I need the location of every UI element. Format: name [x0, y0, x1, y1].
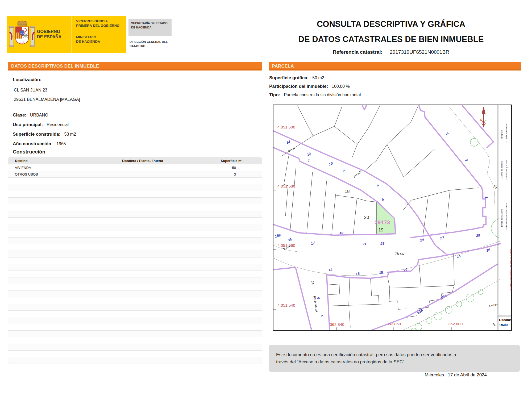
vicepresidencia-label: VICEPRESIDENCIA PRIMERA DEL GOBIERNO [76, 19, 126, 28]
field-row: Clase:URBANO [13, 113, 252, 118]
table-row [8, 344, 262, 350]
subject-parcel-ref-label: 29173 [375, 219, 390, 225]
table-row [8, 304, 262, 310]
datos-descriptivos-header: DATOS DESCRIPTIVOS DEL INMUEBLE [8, 62, 262, 70]
house-number-label: 6 [376, 183, 380, 188]
utm-coordinate-label: 362.840 [330, 322, 344, 327]
disclaimer-box: Este documento no es una certificación c… [269, 345, 520, 372]
street-name-label: CL [311, 280, 315, 286]
field-label: Participación del inmueble: [269, 84, 328, 89]
gobierno-espana-cell: GOBIERNO DE ESPAÑA [7, 16, 72, 53]
title-line-2: DE DATOS CATASTRALES DE BIEN INMUEBLE [277, 32, 505, 47]
table-row [8, 231, 262, 237]
scale-value: 1/600 [499, 323, 508, 327]
construccion-title: Construcción [13, 149, 45, 155]
street-name-label: JUAN [395, 252, 405, 256]
field-label: Año construcción: [13, 141, 53, 146]
reference-label: Referencia catastral: [333, 49, 383, 55]
house-number-label: 26 [485, 248, 491, 253]
house-number-label: 24 [456, 254, 461, 259]
table-header-cell: Superficie m² [186, 159, 262, 163]
house-number-label: 3 [464, 158, 469, 162]
house-number-label: 29 [476, 233, 481, 238]
gobierno-espana-label: GOBIERNO DE ESPAÑA [37, 29, 61, 40]
legend-item: — Hidrografía [501, 130, 503, 143]
house-number-label: 21 [362, 242, 366, 246]
legend-item: — Límite zona verde [505, 123, 508, 143]
house-number-label: 23 [380, 242, 385, 246]
legend-item: — Mobiliario y aceras [505, 160, 508, 180]
table-cell: VIVIENDA [8, 166, 99, 170]
table-row [8, 277, 262, 284]
field-row: Participación del inmueble:100,00 % [269, 84, 361, 89]
field-label: Uso principal: [13, 122, 43, 127]
cadastral-map[interactable]: 4.051.6004.051.5804.051.5604.051.540362.… [273, 105, 512, 331]
house-number-label: 7 [307, 159, 311, 163]
field-value: 1965 [56, 142, 66, 146]
document-date: Miércoles , 17 de Abril de 2024 [425, 372, 487, 378]
table-cell: 3 [186, 172, 262, 176]
table-row [8, 177, 262, 184]
house-number-label: 14 [286, 140, 291, 145]
house-number-label: 18 [379, 270, 383, 275]
house-number-label: 15D [275, 233, 282, 239]
house-number-label: 15 [288, 237, 293, 242]
house-number-label: 13A [416, 308, 424, 315]
parcel-number-label: 18 [345, 189, 350, 194]
table-header-cell: Escalera / Planta / Puerta [99, 159, 186, 163]
field-value: Residencial [47, 122, 69, 127]
cadastral-document-page: GOBIERNO DE ESPAÑA VICEPRESIDENCIA PRIME… [0, 0, 532, 399]
table-row [8, 237, 262, 244]
field-label: Superficie construida: [13, 132, 60, 137]
utm-legend-note: 362.900 Coordenadas U.T.M. Huso 30 ETRS8… [509, 249, 512, 291]
table-row [8, 244, 262, 251]
house-number-label: 10 [328, 161, 334, 166]
parcel-number-label: 20 [364, 215, 369, 220]
ministerio-label: MINISTERIO DE HACIENDA [76, 35, 126, 44]
field-value: 50 m2 [312, 76, 324, 80]
government-logo-block: GOBIERNO DE ESPAÑA VICEPRESIDENCIA PRIME… [7, 16, 126, 53]
table-cell: 50 [186, 166, 262, 170]
scale-label: Escala: [499, 318, 511, 322]
utm-coordinate-label: 4.051.600 [277, 125, 295, 129]
ministry-cell: VICEPRESIDENCIA PRIMERA DEL GOBIERNO MIN… [72, 16, 126, 53]
house-number-label: 12 [306, 152, 312, 157]
table-row [8, 217, 262, 224]
field-row: Tipo:Parcela construida sin división hor… [269, 92, 361, 98]
house-number-label: 25 [420, 238, 425, 243]
house-number-label: 16 [355, 272, 360, 276]
table-row [8, 337, 262, 344]
table-row [8, 297, 262, 304]
field-value: 53 m2 [64, 132, 76, 136]
table-row [8, 251, 262, 257]
table-row [8, 317, 262, 324]
street-name-label: JUAN [353, 169, 363, 178]
table-cell: OTROS USOS [8, 172, 99, 176]
table-row [8, 324, 262, 330]
street-name-label: KIOSK [489, 304, 499, 307]
reference-value: 2917319UF6521N0001BR [390, 49, 449, 55]
house-number-label: 27 [440, 236, 445, 240]
table-row [8, 264, 262, 271]
parcela-header: PARCELA [269, 62, 521, 70]
parcela-fields: Superficie gráfica:50 m2Participación de… [269, 75, 361, 101]
field-row: Superficie gráfica:50 m2 [269, 75, 361, 81]
house-number-label: 5 [445, 131, 449, 136]
utm-coordinate-label: 4.051.540 [277, 303, 295, 307]
legend-item: — Límite de parcela [501, 161, 503, 180]
house-number-label: 8 [342, 168, 345, 172]
street-name-label: AV [492, 322, 496, 327]
table-row [8, 211, 262, 217]
disclaimer-line-2: través del “Acceso a datos catastrales n… [276, 358, 513, 365]
table-row [8, 350, 262, 357]
north-arrow-icon [482, 107, 485, 127]
house-number-label: 19 [339, 231, 343, 235]
cadastral-reference: Referencia catastral: 2917319UF6521N0001… [277, 49, 505, 55]
house-number-label: 4 [319, 314, 324, 317]
table-row: VIVIENDA50 [8, 164, 262, 171]
table-row [8, 184, 262, 191]
utm-coordinate-label: 362.880 [448, 322, 463, 326]
field-value: Parcela construida sin división horizont… [284, 93, 361, 97]
north-letter: N [480, 119, 482, 122]
field-label: Tipo: [269, 92, 280, 97]
